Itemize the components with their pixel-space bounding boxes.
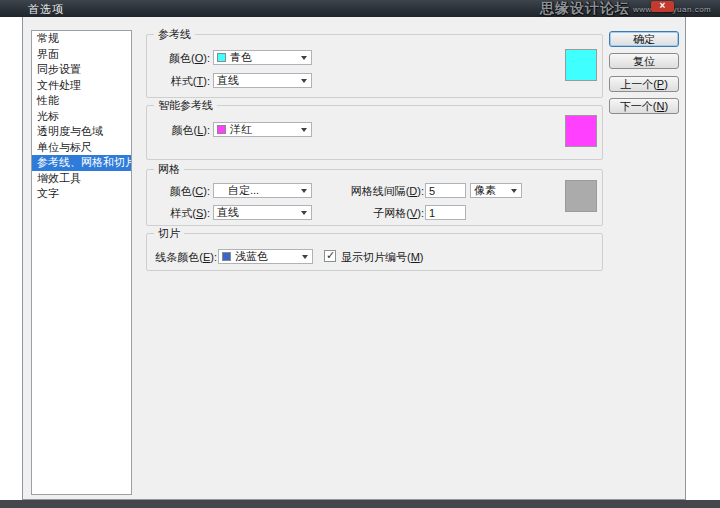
grid-color-value: 自定... <box>228 183 259 198</box>
guides-color-value: 青色 <box>230 50 252 65</box>
gridline-unit-value: 像素 <box>474 183 496 198</box>
show-slice-numbers-label[interactable]: 显示切片编号(M) <box>341 251 424 264</box>
slice-line-color-value: 浅蓝色 <box>235 249 268 264</box>
sidebar-item-general[interactable]: 常规 <box>32 31 131 47</box>
gridline-spacing-label: 网格线间隔(D): <box>327 185 424 198</box>
window-title: 首选项 <box>28 2 64 17</box>
sidebar-item-performance[interactable]: 性能 <box>32 93 131 109</box>
grid-group: 网格 颜色(C): 自定... 样式(S): 直线 网格线间隔(D): 像素 子… <box>146 169 603 226</box>
slices-group: 切片 线条颜色(E): 浅蓝色 显示切片编号(M) <box>146 233 603 271</box>
sidebar-item-guides-grid-slices[interactable]: 参考线、网格和切片 <box>32 155 131 171</box>
sidebar-item-file-handling[interactable]: 文件处理 <box>32 78 131 94</box>
sidebar-item-cursors[interactable]: 光标 <box>32 109 131 125</box>
grid-subdivisions-label: 子网格(V): <box>327 207 424 220</box>
ok-button[interactable]: 确定 <box>609 31 679 47</box>
smart-guides-color-label: 颜色(L): <box>157 124 210 137</box>
preferences-dialog: 常规 界面 同步设置 文件处理 性能 光标 透明度与色域 单位与标尺 参考线、网… <box>22 17 686 500</box>
close-icon[interactable]: × <box>651 1 674 12</box>
slice-line-color-select[interactable]: 浅蓝色 <box>218 249 313 264</box>
smart-guides-color-value: 洋红 <box>230 122 252 137</box>
sidebar-item-transparency[interactable]: 透明度与色域 <box>32 124 131 140</box>
smart-guides-color-mini-swatch <box>217 125 226 134</box>
watermark-site-name: 思缘设计论坛 <box>540 0 630 18</box>
slice-line-color-label: 线条颜色(E): <box>155 251 217 264</box>
slice-line-color-mini-swatch <box>222 252 231 261</box>
guides-style-value: 直线 <box>217 73 239 88</box>
smart-guides-group: 智能参考线 颜色(L): 洋红 <box>146 105 603 160</box>
next-button[interactable]: 下一个(N) <box>609 98 679 114</box>
grid-style-label: 样式(S): <box>157 207 210 220</box>
grid-color-select[interactable]: 自定... <box>213 183 312 198</box>
guides-color-select[interactable]: 青色 <box>213 50 312 65</box>
grid-color-label: 颜色(C): <box>157 185 210 198</box>
smart-guides-group-title: 智能参考线 <box>154 99 217 112</box>
guides-style-select[interactable]: 直线 <box>213 73 312 88</box>
smart-guides-color-preview-swatch <box>565 115 597 147</box>
smart-guides-color-select[interactable]: 洋红 <box>213 122 312 137</box>
preferences-category-list: 常规 界面 同步设置 文件处理 性能 光标 透明度与色域 单位与标尺 参考线、网… <box>31 30 132 495</box>
guides-color-mini-swatch <box>217 53 226 62</box>
sidebar-item-plugins[interactable]: 增效工具 <box>32 171 131 187</box>
grid-subdivisions-input[interactable] <box>425 205 466 220</box>
grid-group-title: 网格 <box>154 163 184 176</box>
sidebar-item-interface[interactable]: 界面 <box>32 47 131 63</box>
slices-group-title: 切片 <box>154 227 184 240</box>
grid-style-value: 直线 <box>217 205 239 220</box>
bottom-dark-strip <box>0 500 720 508</box>
prev-button[interactable]: 上一个(P) <box>609 76 679 92</box>
gridline-unit-select[interactable]: 像素 <box>470 183 522 198</box>
title-bar: 首选项 思缘设计论坛 www.missyuan.com × <box>0 0 720 17</box>
sidebar-item-sync-settings[interactable]: 同步设置 <box>32 62 131 78</box>
show-slice-numbers-checkbox[interactable] <box>324 250 336 262</box>
guides-style-label: 样式(T): <box>157 75 210 88</box>
sidebar-item-type[interactable]: 文字 <box>32 186 131 202</box>
guides-color-label: 颜色(O): <box>157 52 210 65</box>
grid-style-select[interactable]: 直线 <box>213 205 312 220</box>
sidebar-item-units-rulers[interactable]: 单位与标尺 <box>32 140 131 156</box>
grid-color-preview-swatch <box>565 180 597 212</box>
guides-group: 参考线 颜色(O): 青色 样式(T): 直线 <box>146 34 603 98</box>
gridline-spacing-input[interactable] <box>425 183 466 198</box>
guides-color-preview-swatch <box>565 49 597 81</box>
reset-button[interactable]: 复位 <box>609 53 679 69</box>
guides-group-title: 参考线 <box>154 28 195 41</box>
